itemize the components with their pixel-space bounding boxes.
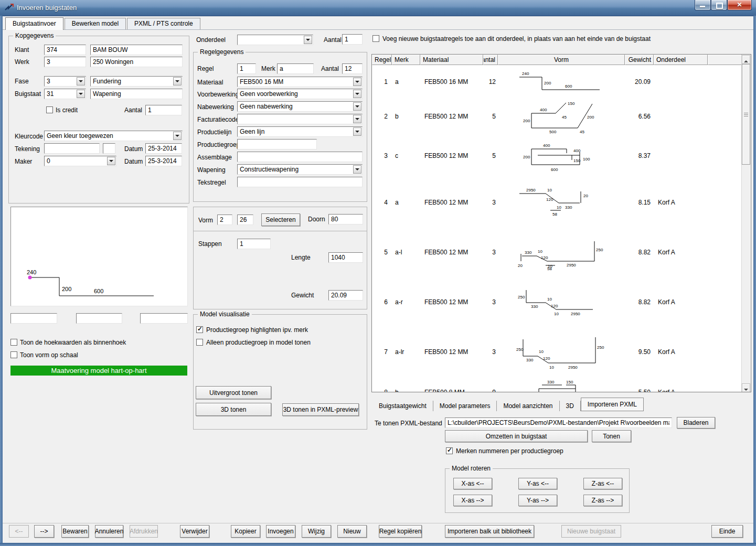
merken-nummeren-checkbox[interactable] [446, 447, 453, 454]
bottom-button-invoegen[interactable]: Invoegen [266, 525, 295, 538]
pxml-tab-3d[interactable]: 3D [560, 401, 581, 411]
voeg-regels-checkbox[interactable] [372, 35, 379, 42]
toon-vorm-schaal-checkbox[interactable] [10, 351, 17, 358]
pxml-tab-model-parameters[interactable]: Model parameters [433, 401, 497, 411]
is-credit-checkbox[interactable] [46, 106, 53, 113]
chevron-down-icon[interactable] [353, 90, 361, 98]
column-header-materiaal[interactable]: Materiaal [420, 55, 483, 65]
materiaal-select[interactable]: FEB500 16 MM [237, 77, 363, 87]
datum1-input[interactable] [145, 143, 182, 154]
3d-tonen-button[interactable]: 3D tonen [196, 403, 271, 416]
alleen-productiegroep-checkbox[interactable] [196, 339, 203, 346]
regel-input[interactable] [237, 63, 256, 74]
table-row[interactable]: 2bFEB500 12 MM540015020045500452006.56 [372, 99, 751, 134]
column-header-vorm[interactable]: Vorm [498, 55, 625, 65]
roteren-button-z-as-[interactable]: Z-as --> [583, 495, 622, 506]
kop-aantal-input[interactable] [145, 105, 182, 115]
klant-naam-input[interactable] [90, 45, 183, 55]
bottom-button-bewaren[interactable]: Bewaren [61, 525, 89, 538]
scrollbar-thumb[interactable] [742, 64, 750, 165]
column-header-onderdeel[interactable]: Onderdeel [654, 55, 708, 65]
minimize-button[interactable] [695, 0, 711, 10]
column-header-aantal[interactable]: Aantal [483, 55, 498, 65]
tab-buigstaatinvoer[interactable]: Buigstaatinvoer [5, 17, 63, 30]
scrollbar-up-button[interactable] [742, 55, 750, 64]
tonen-button[interactable]: Tonen [592, 430, 631, 442]
table-row[interactable]: 7a-lrFEB500 12 MM3250103301201029502509.… [372, 327, 751, 377]
assemblage-input[interactable] [237, 152, 363, 162]
selecteren-button[interactable]: Selecteren [261, 213, 300, 226]
roteren-button-x-as-[interactable]: X-as --> [453, 495, 492, 506]
bottom-button-regel-kopi-ren[interactable]: Regel kopiëren [379, 525, 422, 538]
toon-hoekwaarden-checkbox[interactable] [10, 339, 17, 346]
pxml-tab-model-aanzichten[interactable]: Model aanzichten [497, 401, 559, 411]
preview-extra-input-1[interactable] [10, 313, 57, 324]
gewicht-input[interactable] [328, 290, 363, 301]
buigstaat-naam-input[interactable] [90, 89, 183, 99]
chevron-down-icon[interactable] [107, 157, 115, 165]
buigstaat-code-select[interactable]: 31 [44, 89, 86, 99]
chevron-down-icon[interactable] [304, 36, 312, 44]
onderdeel-select[interactable] [237, 35, 313, 45]
table-row[interactable]: 4aFEB500 12 MM32950101201033020588.15Kor… [372, 177, 751, 227]
title-bar[interactable]: Invoeren buigstaten ✕ [0, 0, 756, 16]
table-row[interactable]: 1aFEB500 16 MM1224020060020.09 [372, 65, 751, 99]
bladeren-button[interactable]: Bladeren [677, 417, 715, 429]
roteren-button-x-as-[interactable]: X-as <-- [453, 478, 492, 489]
werk-code-input[interactable] [44, 57, 86, 67]
chevron-down-icon[interactable] [353, 127, 361, 136]
column-header-regel[interactable]: Regel [372, 55, 392, 65]
chevron-down-icon[interactable] [353, 115, 361, 123]
klant-code-input[interactable] [44, 45, 86, 55]
table-row[interactable]: 6a-rFEB500 12 MM3250330101201029508.82Ko… [372, 277, 751, 327]
roteren-button-y-as-[interactable]: Y-as --> [518, 495, 557, 506]
productiegroep-input[interactable] [237, 139, 317, 149]
tekening-input[interactable] [44, 143, 100, 154]
productielijn-select[interactable]: Geen lijn [237, 126, 363, 137]
chevron-down-icon[interactable] [173, 132, 182, 140]
preview-extra-input-2[interactable] [76, 313, 122, 324]
bottom-button-annuleren[interactable]: Annuleren [95, 525, 123, 538]
column-header-gewicht[interactable]: Gewicht [625, 55, 654, 65]
fase-naam-select[interactable]: Fundering [90, 76, 183, 87]
bottom-button-einde[interactable]: Einde [711, 525, 743, 538]
werk-naam-input[interactable] [90, 57, 183, 67]
kleurcode-select[interactable]: Geen kleur toegewezen [44, 131, 183, 141]
roteren-button-y-as-[interactable]: Y-as <-- [518, 478, 557, 489]
bottom-button-verwijder[interactable]: Verwijder [180, 525, 209, 538]
bottom-button-kopieer[interactable]: Kopieer [231, 525, 260, 538]
pxml-tab-buigstaatgewicht[interactable]: Buigstaatgewicht [372, 401, 433, 411]
maatvoering-bar[interactable]: Maatvoering model hart-op-hart [10, 366, 187, 376]
lengte-input[interactable] [328, 252, 363, 263]
close-button[interactable]: ✕ [727, 0, 752, 10]
tekening-sub-input[interactable] [103, 143, 115, 154]
3d-tonen-pxml-button[interactable]: 3D tonen in PXML-preview [282, 403, 359, 416]
tab-pxml-pts-controle[interactable]: PXML / PTS controle [127, 18, 200, 29]
chevron-down-icon[interactable] [353, 165, 361, 174]
tab-bewerken-model[interactable]: Bewerken model [65, 18, 126, 29]
productiegroep-highlight-checkbox[interactable] [196, 326, 203, 333]
chevron-down-icon[interactable] [77, 90, 85, 98]
column-header-merk[interactable]: Merk [392, 55, 420, 65]
pxml-file-input[interactable] [445, 417, 672, 428]
datum2-input[interactable] [145, 156, 182, 166]
roteren-button-z-as-[interactable]: Z-as <-- [583, 478, 622, 489]
onderdeel-aantal-input[interactable] [342, 34, 363, 45]
tekstregel-input[interactable] [237, 177, 363, 187]
column-header-blank[interactable] [708, 55, 742, 65]
table-row[interactable]: 5a-lFEB500 12 MM33301012010295025020588.… [372, 227, 751, 277]
stappen-input[interactable] [237, 239, 271, 249]
facturatiecode-select[interactable] [237, 114, 363, 124]
bottom-button-[interactable]: --> [34, 525, 54, 538]
table-row[interactable]: 8bFEB500 8 MM93301505.50Korf A [372, 377, 751, 392]
voorbewerking-select[interactable]: Geen voorbewerking [237, 89, 363, 99]
merk-input[interactable] [277, 63, 314, 74]
omzetten-button[interactable]: Omzetten in buigstaat [445, 430, 588, 442]
scrollbar-down-button[interactable] [742, 383, 750, 392]
vorm-code2-input[interactable] [237, 215, 253, 225]
chevron-down-icon[interactable] [173, 77, 182, 85]
table-row[interactable]: 3cFEB500 12 MM54002004001501006008.37 [372, 134, 751, 177]
nabewerking-select[interactable]: Geen nabewerking [237, 101, 363, 112]
chevron-down-icon[interactable] [353, 102, 361, 111]
table-scrollbar[interactable] [741, 55, 750, 392]
